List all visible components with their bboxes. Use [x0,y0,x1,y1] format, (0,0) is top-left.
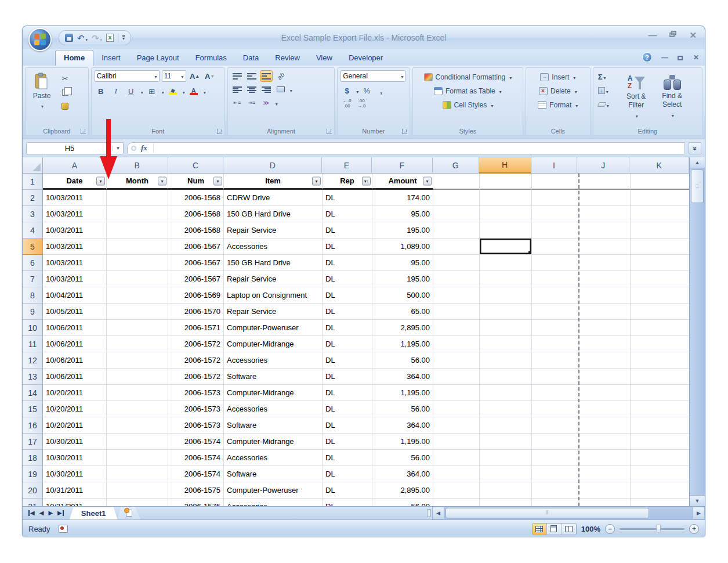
sort-filter-button[interactable]: AZ Sort & Filter [618,70,654,124]
cell-e20[interactable]: DL [323,482,372,499]
column-header-d[interactable]: D [223,157,322,174]
cell-g10[interactable] [433,320,480,336]
font-color-icon[interactable]: A [187,85,200,97]
cell-b14[interactable] [107,385,168,401]
cell-g4[interactable] [433,222,480,239]
cell-k6[interactable] [631,255,689,271]
cell-h1[interactable] [480,174,532,190]
cell-g3[interactable] [433,206,480,222]
row-header-12[interactable]: 12 [23,352,43,369]
cell-d12[interactable]: Accessories [224,352,323,369]
insert-worksheet-tab[interactable] [117,507,140,519]
cell-a6[interactable]: 10/03/2011 [43,255,107,271]
filter-dropdown-icon[interactable] [362,176,371,185]
font-name-select[interactable]: Calibri [95,70,160,82]
increase-indent-button[interactable]: ⇥≡ [245,97,258,109]
cell-f13[interactable]: 364.00 [372,369,433,385]
cell-f10[interactable]: 2,895.00 [372,320,433,336]
cell-h7[interactable] [480,271,532,287]
cell-d3[interactable]: 150 GB Hard Drive [224,206,323,222]
cell-d10[interactable]: Computer-Poweruser [224,320,323,336]
cell-d4[interactable]: Repair Service [224,222,323,239]
format-painter-icon[interactable] [59,100,71,112]
cell-a21[interactable]: 10/31/2011 [43,499,107,506]
row-header-7[interactable]: 7 [23,271,43,287]
tab-split-handle[interactable] [427,509,431,517]
cell-c14[interactable]: 2006-1573 [168,385,224,401]
cell-e10[interactable]: DL [323,320,372,336]
cell-e12[interactable]: DL [323,352,372,369]
row-header-21[interactable]: 21 [23,499,43,506]
cell-f9[interactable]: 65.00 [372,304,433,320]
cell-b13[interactable] [107,369,168,385]
cell-h8[interactable] [480,287,532,304]
bottom-align-button[interactable] [260,70,273,82]
fx-icon[interactable]: fx [141,143,154,153]
cell-b8[interactable] [107,287,168,304]
cell-a20[interactable]: 10/31/2011 [43,482,107,499]
cell-i12[interactable] [532,352,578,369]
cell-c18[interactable]: 2006-1574 [168,450,224,466]
cell-c4[interactable]: 2006-1568 [168,222,224,239]
cell-a12[interactable]: 10/06/2011 [43,352,107,369]
borders-dropdown-icon[interactable] [161,86,164,96]
cell-styles-button[interactable]: Cell Styles [416,98,520,112]
scroll-up-icon[interactable]: ▲ [690,157,705,168]
cell-c21[interactable]: 2006-1575 [168,499,224,506]
cell-i20[interactable] [532,482,578,499]
cell-d6[interactable]: 150 GB Hard Drive [224,255,323,271]
sheet-tab-sheet1[interactable]: Sheet1 [70,507,118,519]
cell-j7[interactable] [578,271,631,287]
wrap-text-button[interactable]: ≫ [260,97,273,109]
cell-a14[interactable]: 10/20/2011 [43,385,107,401]
row-header-17[interactable]: 17 [23,434,43,450]
cell-j14[interactable] [578,385,631,401]
cell-b2[interactable] [107,190,168,206]
restore-button[interactable] [669,31,676,37]
decrease-decimal-button[interactable]: .00 →.0 [355,98,368,110]
cell-d2[interactable]: CDRW Drive [224,190,323,206]
cell-j15[interactable] [578,401,631,417]
cell-g21[interactable] [433,499,480,506]
filter-dropdown-icon[interactable] [96,176,105,185]
cell-e11[interactable]: DL [323,336,372,352]
cell-i19[interactable] [532,466,578,482]
tab-home[interactable]: Home [55,50,93,66]
cell-e13[interactable]: DL [323,369,372,385]
cell-i7[interactable] [532,271,578,287]
scroll-down-icon[interactable]: ▼ [690,495,705,506]
fill-button[interactable]: ↓ [596,84,616,97]
header-cell-date[interactable]: Date [43,174,107,190]
cell-g5[interactable] [433,239,480,255]
find-select-button[interactable]: Find & Select [654,70,690,124]
cell-k18[interactable] [631,450,689,466]
cell-g9[interactable] [433,304,480,320]
clipboard-dialog-launcher-icon[interactable] [81,129,86,134]
cell-j5[interactable] [578,239,631,255]
cell-h13[interactable] [480,369,532,385]
fill-color-dropdown-icon[interactable] [182,86,185,96]
scroll-left-icon[interactable]: ◀ [432,507,444,519]
cell-k16[interactable] [631,417,689,434]
cell-e5[interactable]: DL [323,239,372,255]
save-icon[interactable] [65,34,73,42]
cell-a7[interactable]: 10/03/2011 [43,271,107,287]
scroll-right-icon[interactable]: ▶ [693,507,705,519]
cell-h3[interactable] [480,206,532,222]
copy-icon[interactable] [59,86,71,98]
cell-e2[interactable]: DL [323,190,372,206]
cell-k14[interactable] [631,385,689,401]
tab-data[interactable]: Data [235,50,267,66]
row-header-16[interactable]: 16 [23,417,43,434]
cell-d15[interactable]: Accessories [224,401,323,417]
cell-b19[interactable] [107,466,168,482]
tab-view[interactable]: View [308,50,341,66]
cell-a15[interactable]: 10/20/2011 [43,401,107,417]
vertical-scroll-thumb[interactable] [691,169,704,203]
cell-b6[interactable] [107,255,168,271]
row-header-1[interactable]: 1 [23,174,43,190]
filter-dropdown-icon[interactable] [213,176,222,185]
comma-button[interactable]: , [375,85,387,96]
cell-j18[interactable] [578,450,631,466]
column-header-h[interactable]: H [479,157,531,174]
